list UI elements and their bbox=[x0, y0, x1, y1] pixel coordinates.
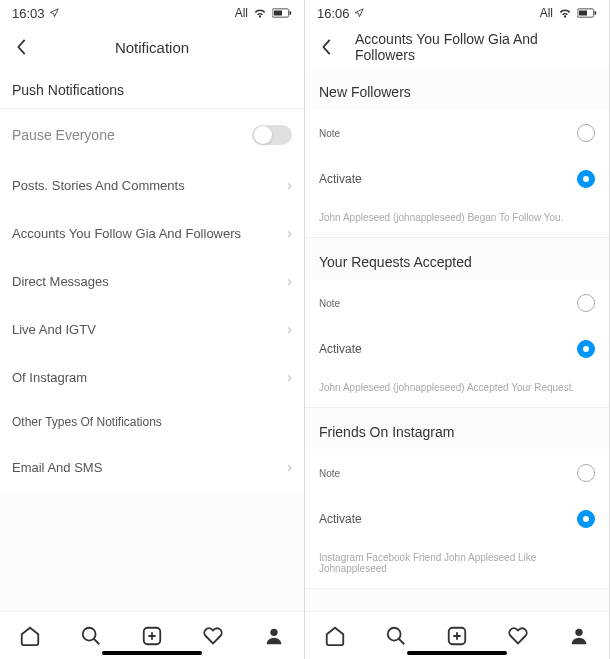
radio-label: Note bbox=[319, 128, 340, 139]
friends-activate[interactable]: Activate bbox=[305, 496, 609, 542]
content: Push Notifications Pause Everyone Posts.… bbox=[0, 68, 304, 611]
chevron-left-icon bbox=[16, 38, 28, 56]
svg-rect-8 bbox=[595, 11, 597, 14]
wifi-icon bbox=[253, 6, 267, 20]
add-post-icon[interactable] bbox=[445, 624, 469, 648]
screen-accounts-follow: 16:06 All Accounts You Follow Gia And Fo… bbox=[305, 0, 610, 659]
radio-unselected[interactable] bbox=[577, 294, 595, 312]
back-button[interactable] bbox=[12, 34, 32, 60]
nav-accounts-follow[interactable]: Accounts You Follow Gia And Followers › bbox=[0, 209, 304, 257]
wifi-icon bbox=[558, 6, 572, 20]
requests-activate[interactable]: Activate bbox=[305, 326, 609, 372]
hint-requests: John Appleseed (johnappleseed) Accepted … bbox=[305, 372, 609, 408]
friends-none[interactable]: Note bbox=[305, 450, 609, 496]
header: Notification bbox=[0, 26, 304, 68]
search-icon[interactable] bbox=[384, 624, 408, 648]
svg-rect-2 bbox=[290, 11, 292, 14]
pause-everyone-toggle[interactable] bbox=[252, 125, 292, 145]
page-title: Accounts You Follow Gia And Followers bbox=[337, 31, 597, 63]
new-followers-none[interactable]: Note bbox=[305, 110, 609, 156]
back-button[interactable] bbox=[317, 34, 337, 60]
radio-unselected[interactable] bbox=[577, 124, 595, 142]
heart-icon[interactable] bbox=[201, 624, 225, 648]
push-notifications-label: Push Notifications bbox=[0, 68, 304, 109]
hint-friends: Instagram Facebook Friend John Appleseed… bbox=[305, 542, 609, 589]
other-types-label: Other Types Of Notifications bbox=[0, 401, 304, 443]
nav-label: Direct Messages bbox=[12, 274, 109, 289]
screen-notifications: 16:03 All Notification Push Notification… bbox=[0, 0, 305, 659]
section-requests-accepted: Your Requests Accepted bbox=[305, 238, 609, 280]
profile-icon[interactable] bbox=[262, 624, 286, 648]
home-icon[interactable] bbox=[323, 624, 347, 648]
section-new-followers: New Followers bbox=[305, 68, 609, 110]
battery-icon bbox=[577, 7, 597, 19]
battery-icon bbox=[272, 7, 292, 19]
chevron-right-icon: › bbox=[287, 177, 292, 193]
home-indicator bbox=[407, 651, 507, 655]
nav-label: Email And SMS bbox=[12, 460, 102, 475]
new-followers-activate[interactable]: Activate bbox=[305, 156, 609, 202]
pause-everyone-row[interactable]: Pause Everyone bbox=[0, 109, 304, 161]
svg-point-3 bbox=[83, 627, 96, 640]
status-bar: 16:06 All bbox=[305, 0, 609, 26]
nav-label: Of Instagram bbox=[12, 370, 87, 385]
header: Accounts You Follow Gia And Followers bbox=[305, 26, 609, 68]
nav-posts-stories[interactable]: Posts. Stories And Comments › bbox=[0, 161, 304, 209]
content: New Followers Note Activate John Applese… bbox=[305, 68, 609, 611]
chevron-right-icon: › bbox=[287, 369, 292, 385]
nav-direct-messages[interactable]: Direct Messages › bbox=[0, 257, 304, 305]
radio-label: Activate bbox=[319, 342, 362, 356]
chevron-right-icon: › bbox=[287, 459, 292, 475]
radio-selected[interactable] bbox=[577, 170, 595, 188]
svg-rect-1 bbox=[274, 11, 282, 16]
section-friends-instagram: Friends On Instagram bbox=[305, 408, 609, 450]
home-icon[interactable] bbox=[18, 624, 42, 648]
location-icon bbox=[354, 8, 364, 18]
profile-icon[interactable] bbox=[567, 624, 591, 648]
svg-rect-7 bbox=[579, 11, 587, 16]
add-post-icon[interactable] bbox=[140, 624, 164, 648]
location-icon bbox=[49, 8, 59, 18]
hint-new-followers: John Appleseed (johnappleseed) Began To … bbox=[305, 202, 609, 238]
status-carrier: All bbox=[540, 6, 553, 20]
status-time: 16:06 bbox=[317, 6, 350, 21]
nav-email-sms[interactable]: Email And SMS › bbox=[0, 443, 304, 491]
page-title: Notification bbox=[115, 39, 189, 56]
radio-unselected[interactable] bbox=[577, 464, 595, 482]
requests-none[interactable]: Note bbox=[305, 280, 609, 326]
chevron-right-icon: › bbox=[287, 273, 292, 289]
radio-label: Activate bbox=[319, 172, 362, 186]
radio-selected[interactable] bbox=[577, 510, 595, 528]
chevron-right-icon: › bbox=[287, 225, 292, 241]
radio-selected[interactable] bbox=[577, 340, 595, 358]
radio-label: Activate bbox=[319, 512, 362, 526]
pause-everyone-label: Pause Everyone bbox=[12, 127, 115, 143]
svg-point-5 bbox=[270, 628, 277, 635]
radio-label: Note bbox=[319, 298, 340, 309]
radio-label: Note bbox=[319, 468, 340, 479]
status-bar: 16:03 All bbox=[0, 0, 304, 26]
chevron-right-icon: › bbox=[287, 321, 292, 337]
search-icon[interactable] bbox=[79, 624, 103, 648]
nav-label: Posts. Stories And Comments bbox=[12, 178, 185, 193]
home-indicator bbox=[102, 651, 202, 655]
nav-label: Accounts You Follow Gia And Followers bbox=[12, 226, 241, 241]
heart-icon[interactable] bbox=[506, 624, 530, 648]
svg-point-9 bbox=[388, 627, 401, 640]
status-carrier: All bbox=[235, 6, 248, 20]
status-time: 16:03 bbox=[12, 6, 45, 21]
chevron-left-icon bbox=[321, 38, 333, 56]
nav-live-igtv[interactable]: Live And IGTV › bbox=[0, 305, 304, 353]
nav-of-instagram[interactable]: Of Instagram › bbox=[0, 353, 304, 401]
svg-point-11 bbox=[575, 628, 582, 635]
nav-label: Live And IGTV bbox=[12, 322, 96, 337]
